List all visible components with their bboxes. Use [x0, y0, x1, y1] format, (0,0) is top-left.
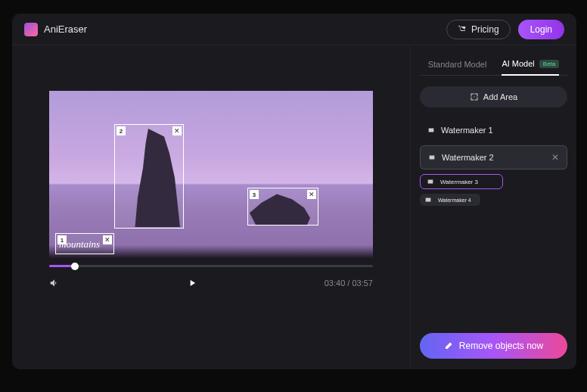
layer-name: Watermaker 4 — [438, 198, 471, 203]
pricing-label: Pricing — [471, 24, 499, 35]
selection-close-icon[interactable]: ✕ — [307, 190, 316, 199]
playhead-handle[interactable] — [71, 263, 79, 270]
sidebar-footer: Remove objects now — [420, 333, 567, 359]
selection-index-badge: 2 — [116, 126, 126, 135]
selection-index-badge: 3 — [250, 190, 259, 199]
volume-icon[interactable] — [49, 278, 60, 288]
header-actions: Pricing Login — [446, 20, 564, 39]
layer-close-icon[interactable]: ✕ — [551, 152, 559, 163]
layer-icon — [427, 178, 434, 185]
remove-objects-button[interactable]: Remove objects now — [420, 333, 567, 359]
cart-icon — [458, 25, 467, 34]
resize-handle-icon[interactable] — [312, 219, 318, 226]
tab-label: AI Model — [502, 59, 534, 68]
main: 1 ✕ mountains 2 ✕ — [12, 45, 576, 369]
header: AniEraser Pricing Login — [12, 14, 576, 45]
layer-icon — [424, 196, 432, 204]
tab-label: Standard Model — [428, 60, 487, 69]
sidebar: Standard Model AI Model Beta Add Area Wa… — [410, 45, 576, 369]
tab-ai-model[interactable]: AI Model Beta — [502, 53, 559, 76]
resize-handle-icon[interactable] — [178, 222, 184, 229]
model-tabs: Standard Model AI Model Beta — [420, 53, 567, 76]
layer-item-selected[interactable]: Watermaker 2 ✕ — [420, 145, 567, 170]
add-area-button[interactable]: Add Area — [420, 86, 567, 107]
tab-standard-model[interactable]: Standard Model — [428, 53, 487, 75]
resize-handle-icon[interactable] — [108, 248, 114, 254]
login-button[interactable]: Login — [518, 20, 564, 39]
timeline-track[interactable] — [49, 265, 373, 267]
layer-name: Watermaker 2 — [442, 153, 494, 162]
viewer-panel: 1 ✕ mountains 2 ✕ — [12, 45, 410, 369]
layer-name: Watermaker 3 — [440, 179, 478, 185]
time-display: 03:40 / 03:57 — [325, 278, 373, 288]
brand[interactable]: AniEraser — [24, 23, 87, 36]
play-icon[interactable] — [187, 278, 197, 288]
selection-close-icon[interactable]: ✕ — [103, 235, 112, 244]
brand-name: AniEraser — [44, 23, 87, 35]
watermark-text: mountains — [59, 238, 100, 250]
layer-name: Watermaker 1 — [441, 126, 493, 135]
selection-box-3[interactable]: 3 ✕ — [247, 188, 318, 226]
layer-item-small[interactable]: Watermaker 4 — [420, 194, 480, 206]
login-label: Login — [530, 24, 552, 35]
layer-item[interactable]: Watermaker 1 — [420, 120, 567, 141]
resize-handle-icon[interactable] — [114, 222, 120, 229]
app-window: AniEraser Pricing Login — [12, 14, 576, 369]
selection-box-1[interactable]: 1 ✕ mountains — [55, 233, 114, 254]
pricing-button[interactable]: Pricing — [446, 20, 511, 39]
add-area-icon — [470, 92, 479, 101]
add-area-label: Add Area — [483, 92, 517, 101]
video-canvas[interactable]: 1 ✕ mountains 2 ✕ — [49, 91, 373, 259]
layer-icon — [427, 126, 435, 134]
layer-icon — [428, 154, 436, 161]
layer-item-editing[interactable]: Watermaker 3 — [420, 174, 503, 189]
layer-list: Watermaker 1 Watermaker 2 ✕ Watermaker 3… — [420, 120, 567, 206]
resize-handle-icon[interactable] — [247, 219, 253, 226]
beta-badge: Beta — [539, 60, 559, 68]
selection-box-2[interactable]: 2 ✕ — [114, 124, 184, 229]
timeline[interactable] — [49, 265, 373, 267]
selection-close-icon[interactable]: ✕ — [172, 126, 182, 135]
eraser-icon — [444, 341, 453, 350]
remove-label: Remove objects now — [459, 341, 543, 351]
brand-logo-icon — [24, 23, 38, 36]
player-controls: 03:40 / 03:57 — [49, 278, 373, 288]
